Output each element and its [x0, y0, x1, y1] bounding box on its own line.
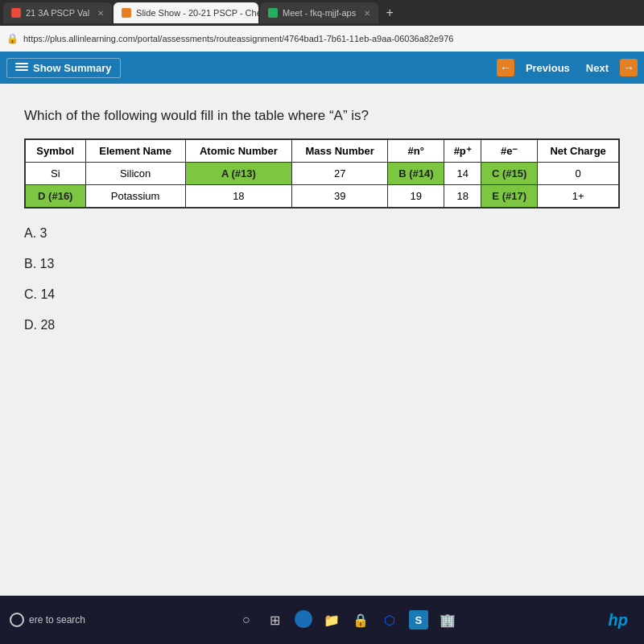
cell-k-charge: 1+: [538, 185, 619, 208]
tab-1-close[interactable]: ✕: [97, 9, 104, 18]
previous-label: Previous: [526, 62, 570, 74]
col-protons: #p⁺: [444, 139, 481, 163]
option-d[interactable]: D. 28: [24, 318, 620, 332]
cell-k-name: Potassium: [85, 185, 185, 208]
tab-1[interactable]: 21 3A PSCP Val ✕: [3, 2, 112, 23]
nav-buttons: ← Previous Next →: [497, 59, 638, 77]
cell-si-symbol: Si: [25, 163, 85, 185]
col-net-charge: Net Charge: [538, 139, 619, 163]
cell-k-electrons: E (#17): [481, 185, 538, 208]
cell-k-protons: 18: [444, 185, 481, 208]
table-row: Si Silicon A (#13) 27 B (#14) 14 C (#15)…: [25, 163, 619, 185]
next-label: Next: [586, 62, 609, 74]
question-text: Which of the following would fill in the…: [24, 108, 620, 124]
cell-si-name: Silicon: [85, 163, 185, 185]
col-neutrons: #n°: [388, 139, 444, 163]
tab-1-favicon: [11, 8, 21, 18]
col-electrons: #e⁻: [481, 139, 538, 163]
toolbar: Show Summary ← Previous Next →: [0, 52, 644, 84]
cell-si-protons: 14: [444, 163, 481, 185]
lock-icon: 🔒: [6, 33, 19, 44]
cell-si-mass: 27: [292, 163, 388, 185]
col-atomic-number: Atomic Number: [185, 139, 291, 163]
tab-3-close[interactable]: ✕: [364, 9, 370, 18]
tab-2-favicon: [122, 8, 131, 18]
taskbar-icon-folder[interactable]: 📁: [322, 610, 341, 630]
cell-si-atomic: A (#13): [185, 163, 291, 185]
browser-chrome: 21 3A PSCP Val ✕ Slide Show - 20-21 PSCP…: [0, 0, 644, 84]
taskbar-icon-dropbox[interactable]: ⬡: [380, 610, 399, 630]
col-symbol: Symbol: [25, 139, 85, 163]
tab-2[interactable]: Slide Show - 20-21 PSCP - Chem ✕: [114, 2, 258, 23]
taskbar-icon-grid[interactable]: ⊞: [266, 610, 285, 630]
col-element-name: Element Name: [85, 139, 185, 163]
option-c-label: C. 14: [24, 287, 55, 302]
cell-si-electrons: C (#15): [481, 163, 538, 185]
option-b-label: B. 13: [24, 257, 54, 271]
table-row: D (#16) Potassium 18 39 19 18 E (#17) 1+: [25, 185, 619, 208]
col-mass-number: Mass Number: [292, 139, 388, 163]
address-url[interactable]: https://plus.allinlearning.com/portal/as…: [23, 34, 638, 43]
option-a[interactable]: A. 3: [24, 226, 620, 241]
tab-1-label: 21 3A PSCP Val: [26, 8, 89, 18]
address-bar: 🔒 https://plus.allinlearning.com/portal/…: [0, 26, 644, 52]
tab-2-label: Slide Show - 20-21 PSCP - Chem: [136, 8, 258, 18]
previous-arrow[interactable]: ←: [497, 59, 514, 76]
hp-logo: hp: [609, 611, 628, 630]
cell-k-atomic: 18: [185, 185, 291, 208]
table-header-row: Symbol Element Name Atomic Number Mass N…: [25, 139, 619, 163]
search-icon: [10, 613, 24, 627]
tab-3[interactable]: Meet - fkq-mjjf-aps ✕: [260, 2, 378, 23]
taskbar-icon-lock[interactable]: 🔒: [351, 610, 370, 630]
cell-k-symbol: D (#16): [25, 185, 85, 208]
taskbar-icon-search[interactable]: ○: [237, 610, 256, 630]
next-arrow[interactable]: →: [620, 59, 638, 76]
cell-si-charge: 0: [538, 163, 619, 185]
taskbar-icon-edge[interactable]: [295, 610, 312, 628]
tab-3-favicon: [268, 8, 278, 18]
show-summary-label: Show Summary: [33, 62, 112, 74]
next-button[interactable]: Next: [581, 59, 613, 77]
option-a-label: A. 3: [24, 226, 47, 241]
taskbar-search[interactable]: ere to search: [10, 613, 85, 627]
taskbar-icons: ○ ⊞ 📁 🔒 ⬡ S 🏢: [237, 610, 457, 630]
cell-si-neutrons: B (#14): [388, 163, 444, 185]
show-summary-button[interactable]: Show Summary: [6, 58, 121, 78]
cell-k-neutrons: 19: [388, 185, 444, 208]
menu-icon: [15, 63, 28, 72]
option-c[interactable]: C. 14: [24, 287, 620, 302]
option-b[interactable]: B. 13: [24, 257, 620, 271]
search-text: ere to search: [29, 614, 85, 625]
taskbar-icon-office[interactable]: 🏢: [438, 610, 457, 630]
option-d-label: D. 28: [24, 318, 55, 332]
previous-button[interactable]: Previous: [521, 59, 575, 77]
taskbar-icon-s[interactable]: S: [409, 610, 428, 630]
tab-bar: 21 3A PSCP Val ✕ Slide Show - 20-21 PSCP…: [0, 0, 644, 26]
cell-k-mass: 39: [292, 185, 388, 208]
main-content: Which of the following would fill in the…: [0, 84, 644, 596]
taskbar: ere to search ○ ⊞ 📁 🔒 ⬡ S 🏢 hp: [0, 596, 644, 644]
element-table: Symbol Element Name Atomic Number Mass N…: [24, 138, 620, 208]
tab-3-label: Meet - fkq-mjjf-aps: [283, 8, 356, 18]
new-tab-button[interactable]: +: [380, 3, 399, 23]
